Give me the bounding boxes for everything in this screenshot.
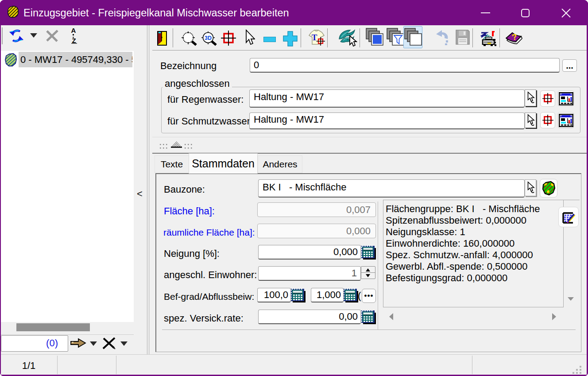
- svg-text:A: A: [71, 27, 76, 34]
- svg-text:T: T: [312, 33, 317, 42]
- svg-text:?: ?: [511, 32, 518, 42]
- svg-text:3D: 3D: [205, 35, 212, 41]
- svg-text:Z: Z: [72, 37, 76, 44]
